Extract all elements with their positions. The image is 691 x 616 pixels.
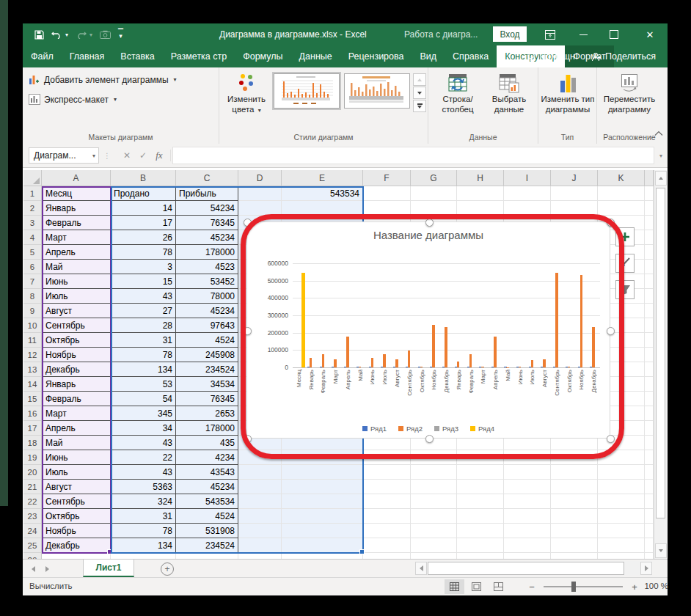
cell-J19[interactable]: [551, 450, 598, 465]
cell-partial-2[interactable]: [645, 201, 654, 216]
cell-partial-row[interactable]: [551, 553, 598, 559]
quick-layout-button[interactable]: Экспресс-макет▾: [29, 94, 117, 105]
column-header-B[interactable]: B: [111, 170, 176, 186]
row-header-16[interactable]: 16: [23, 406, 42, 421]
chart-style-thumbnail-2[interactable]: [344, 73, 410, 109]
cell-G1[interactable]: [411, 186, 457, 201]
tab-Справка[interactable]: Справка: [445, 45, 497, 67]
cell-F21[interactable]: [363, 480, 411, 494]
column-header-partial[interactable]: [645, 170, 654, 186]
cell-F2[interactable]: [363, 201, 411, 216]
cell-partial-3[interactable]: [645, 216, 654, 230]
cell-F23[interactable]: [363, 509, 411, 524]
cell-B23[interactable]: 31: [111, 509, 176, 524]
cell-D22[interactable]: [238, 494, 282, 509]
cell-partial-row[interactable]: [176, 553, 238, 559]
share-button[interactable]: Поделиться: [585, 51, 662, 62]
cell-partial-20[interactable]: [645, 465, 654, 480]
chart-bar-Ряд2[interactable]: [555, 273, 558, 367]
column-header-D[interactable]: D: [238, 170, 282, 186]
cell-A23[interactable]: Октябрь: [42, 509, 111, 524]
chart-elements-button[interactable]: [615, 227, 635, 246]
cell-B17[interactable]: 34: [111, 421, 176, 436]
chart-bar-Ряд2[interactable]: [531, 360, 534, 367]
cell-partial-row[interactable]: [42, 553, 111, 559]
cell-C16[interactable]: 2653: [176, 406, 238, 421]
cell-G24[interactable]: [411, 524, 457, 538]
cell-D1[interactable]: [238, 186, 282, 201]
row-header-1[interactable]: 1: [23, 186, 42, 201]
collapse-ribbon-button[interactable]: [654, 126, 663, 139]
row-header-5[interactable]: 5: [23, 245, 42, 260]
cell-partial-row[interactable]: [457, 553, 504, 559]
cell-C13[interactable]: 234524: [176, 362, 238, 377]
chart-title[interactable]: Название диаграммы: [247, 229, 610, 241]
tab-Файл[interactable]: Файл: [23, 45, 62, 67]
cell-E22[interactable]: [282, 494, 363, 509]
cell-H22[interactable]: [457, 494, 504, 509]
cell-partial-1[interactable]: [645, 186, 654, 201]
tab-Главная[interactable]: Главная: [62, 45, 113, 67]
cell-I21[interactable]: [504, 480, 551, 494]
cell-partial-row[interactable]: [598, 553, 645, 559]
cell-A6[interactable]: Май: [42, 260, 111, 274]
cell-J20[interactable]: [551, 465, 598, 480]
chart-bar-Ряд2[interactable]: [580, 275, 583, 367]
cell-D2[interactable]: [238, 201, 282, 216]
row-header-17[interactable]: 17: [23, 421, 42, 436]
cell-B18[interactable]: 43: [111, 436, 176, 450]
chart-legend-item-Ряд2[interactable]: Ряд2: [398, 425, 423, 433]
chart-bar-Ряд2[interactable]: [519, 367, 522, 367]
cell-E1[interactable]: 543534: [282, 186, 363, 201]
cell-partial-5[interactable]: [645, 245, 654, 260]
cell-B24[interactable]: 78: [111, 524, 176, 538]
zoom-out-button[interactable]: −: [524, 582, 539, 593]
cell-C15[interactable]: 76345: [176, 392, 238, 406]
zoom-level[interactable]: 100 %: [639, 582, 668, 590]
cell-J21[interactable]: [551, 480, 598, 494]
row-header-4[interactable]: 4: [23, 230, 42, 245]
cell-partial-14[interactable]: [645, 377, 654, 392]
cell-E25[interactable]: [282, 538, 363, 553]
cell-partial-23[interactable]: [645, 509, 654, 524]
cell-partial-9[interactable]: [645, 304, 654, 318]
row-header-25[interactable]: 25: [23, 538, 42, 553]
cell-A2[interactable]: Январь: [42, 201, 111, 216]
cell-partial-22[interactable]: [645, 494, 654, 509]
cell-H25[interactable]: [457, 538, 504, 553]
cell-partial-11[interactable]: [645, 333, 654, 348]
close-button[interactable]: ✕: [637, 23, 662, 45]
vertical-scrollbar[interactable]: [654, 170, 667, 559]
tab-Вставка[interactable]: Вставка: [112, 45, 162, 67]
cell-B20[interactable]: 43: [111, 465, 176, 480]
cell-B9[interactable]: 27: [111, 304, 176, 318]
cell-A22[interactable]: Сентябрь: [42, 494, 111, 509]
chart-bar-Ряд2[interactable]: [408, 351, 411, 367]
tab-Вид[interactable]: Вид: [412, 45, 445, 67]
cell-K2[interactable]: [598, 201, 645, 216]
cell-C14[interactable]: 34534: [176, 377, 238, 392]
cell-I22[interactable]: [504, 494, 551, 509]
cell-B15[interactable]: 54: [111, 392, 176, 406]
next-sheet-button[interactable]: [45, 566, 49, 572]
name-box[interactable]: Диаграм...▾: [29, 147, 99, 164]
cell-C9[interactable]: 45234: [176, 304, 238, 318]
cell-A25[interactable]: Декабрь: [42, 538, 111, 553]
chart-bar-Ряд2[interactable]: [310, 358, 312, 367]
cell-A15[interactable]: Февраль: [42, 392, 111, 406]
cell-partial-16[interactable]: [645, 406, 654, 421]
cell-A17[interactable]: Апрель: [42, 421, 111, 436]
cell-partial-10[interactable]: [645, 318, 654, 333]
tab-Разметка стр[interactable]: Разметка стр: [163, 45, 235, 67]
row-header-12[interactable]: 12: [23, 348, 42, 362]
cell-C18[interactable]: 435: [176, 436, 238, 450]
minimize-button[interactable]: [571, 23, 596, 45]
cell-C12[interactable]: 245908: [176, 348, 238, 362]
cell-J24[interactable]: [551, 524, 598, 538]
cell-D25[interactable]: [238, 538, 282, 553]
cell-G22[interactable]: [411, 494, 457, 509]
column-header-C[interactable]: C: [176, 170, 238, 186]
cell-partial-row[interactable]: [363, 553, 411, 559]
chart-bar-Ряд2[interactable]: [445, 327, 447, 368]
cell-G2[interactable]: [411, 201, 457, 216]
